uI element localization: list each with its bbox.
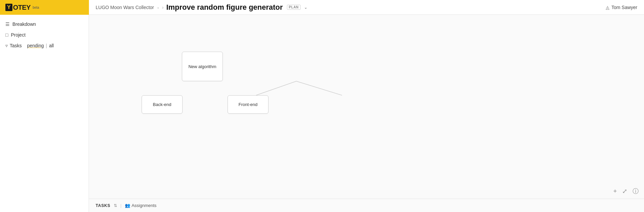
tasks-pending-filter[interactable]: pending [27,43,44,48]
logo-name: OTEY [13,4,31,11]
tasks-sort-icon[interactable]: ⇅ [114,203,117,208]
sidebar-tasks-row: ▿ Tasks pending | all [0,40,89,51]
breadcrumb-item[interactable]: LUGO Moon Wars Collector [96,5,154,10]
breadcrumb-separator: › [162,5,164,10]
page-title: Improve random figure generator [166,3,283,12]
user-icon: ◬ [606,5,609,10]
tasks-section: TASKS ⇅ | 👥 Assignments [89,199,644,212]
tasks-all-filter[interactable]: all [49,43,54,48]
logo-area: Y OTEY beta [0,0,89,15]
tasks-separator: | [46,43,47,48]
assignments-label: Assignments [132,203,156,208]
canvas-expand-button[interactable]: ⤢ [621,187,629,196]
plan-dropdown-icon[interactable]: ⌄ [304,5,307,10]
user-area[interactable]: ◬ Tom Sawyer [606,5,637,10]
canvas-controls: +⤢ⓘ [612,187,640,196]
breadcrumb-dropdown-icon[interactable]: ⌄ [157,5,159,9]
sidebar: ☰ Breakdown □ Project ▿ Tasks pending | … [0,15,89,212]
canvas-add-button[interactable]: + [612,187,618,196]
node-backend[interactable]: Back-end [142,95,183,114]
svg-line-1 [296,81,342,95]
assignments-icon: 👥 [125,203,130,208]
sidebar-breakdown-label: Breakdown [12,21,36,27]
plan-canvas[interactable]: New algorithmBack-endFront-end+⤢ⓘ [89,15,644,199]
tasks-title: TASKS [96,203,110,208]
breakdown-icon: ☰ [5,21,10,27]
logo-icon: Y [5,4,12,11]
top-header: LUGO Moon Wars Collector ⌄ › Improve ran… [89,0,644,15]
svg-line-0 [256,81,296,95]
project-icon: □ [5,32,8,38]
assignments-button[interactable]: 👥 Assignments [125,203,156,208]
tasks-label: Tasks [10,43,22,48]
content-area: New algorithmBack-endFront-end+⤢ⓘ TASKS … [89,15,644,212]
sidebar-project-label: Project [11,32,26,38]
beta-badge: beta [33,6,39,9]
node-frontend[interactable]: Front-end [228,95,268,114]
node-algorithm[interactable]: New algorithm [182,52,223,81]
sidebar-item-breakdown[interactable]: ☰ Breakdown [0,19,89,30]
plan-badge: PLAN [287,5,301,10]
tasks-icon: ▿ [5,43,8,48]
canvas-info-button[interactable]: ⓘ [631,187,640,196]
user-name: Tom Sawyer [611,5,637,10]
sidebar-item-project[interactable]: □ Project [0,30,89,40]
